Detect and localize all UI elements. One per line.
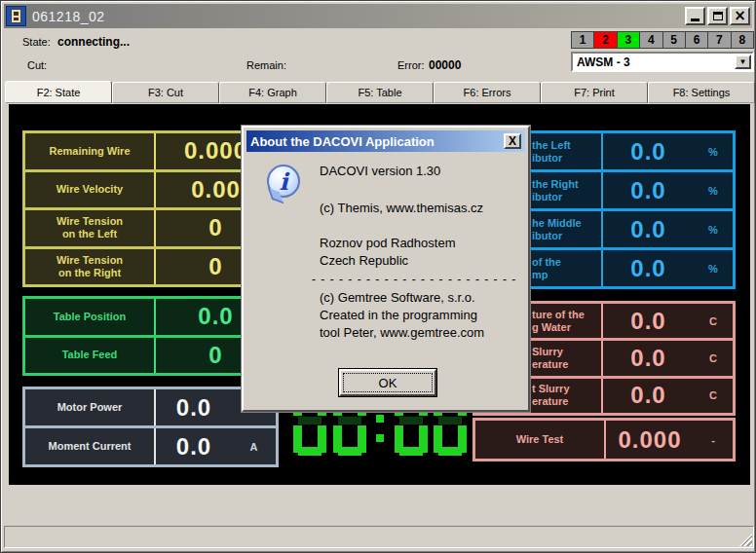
wire-tension-right-row: Wire Tension on the Right 0 xyxy=(25,246,276,285)
cooling-water-unit: C xyxy=(694,304,733,338)
moment-current-unit: A xyxy=(232,428,276,464)
flow-right-value: 0.0 xyxy=(603,172,694,208)
wire-test-value: 0.000 xyxy=(606,421,694,459)
ok-button-focus-rect: OK xyxy=(343,373,433,392)
dialog-title: About the DACOVI Application xyxy=(250,134,435,149)
flow-middle-value: 0.0 xyxy=(603,211,694,247)
moment-current-value: 0.0 xyxy=(156,428,232,464)
application-window: 061218_02 × State: connecting... Cut: Re… xyxy=(0,0,756,553)
dialog-close-button[interactable]: X xyxy=(504,133,521,149)
ok-button[interactable]: OK xyxy=(339,369,436,396)
chevron-down-icon[interactable]: ▼ xyxy=(735,55,751,69)
remaining-wire-row: Remaining Wire 0.000 xyxy=(25,133,276,169)
minimize-icon xyxy=(691,18,699,21)
machine-button-8[interactable]: 8 xyxy=(732,32,753,48)
wire-test-row: Wire Test 0.000 - xyxy=(475,421,733,459)
slurry-temp-unit-1: C xyxy=(694,341,733,375)
flow-middle-unit: % xyxy=(694,211,733,247)
cooling-water-value: 0.0 xyxy=(603,304,694,338)
machine-select-value: AWSM - 3 xyxy=(577,55,630,69)
address-line-1: Roznov pod Radhostem xyxy=(320,235,526,252)
moment-current-label: Moment Current xyxy=(25,428,156,464)
tab-settings[interactable]: F8: Settings xyxy=(648,82,755,103)
info-icon: i xyxy=(267,165,300,198)
wire-velocity-label: Wire Velocity xyxy=(25,172,156,208)
about-dialog: About the DACOVI Application X i DACOVI … xyxy=(242,126,530,412)
address-line-2: Czech Republic xyxy=(320,252,526,270)
tab-graph[interactable]: F4: Graph xyxy=(219,82,326,103)
close-button[interactable]: × xyxy=(730,7,750,25)
gemtree-line-1: (c) Gemtree Software, s.r.o. xyxy=(320,289,526,307)
themis-copyright-line: (c) Themis, www.themisas.cz xyxy=(320,200,526,217)
machine-button-3[interactable]: 3 xyxy=(618,32,640,48)
maximize-icon xyxy=(713,12,723,20)
version-line: DACOVI version 1.30 xyxy=(320,163,526,180)
slurry-temp-value-1: 0.0 xyxy=(603,341,694,375)
table-feed-label: Table Feed xyxy=(25,338,156,374)
cut-label: Cut: xyxy=(27,59,47,71)
slurry-temp-unit-2: C xyxy=(694,379,733,413)
machine-button-1[interactable]: 1 xyxy=(572,32,594,48)
flow-left-value: 0.0 xyxy=(603,133,694,169)
error-value: 00000 xyxy=(429,58,461,72)
flow-pump-value: 0.0 xyxy=(603,250,694,286)
title-bar: 061218_02 × xyxy=(4,4,752,28)
flow-right-unit: % xyxy=(694,172,733,208)
flow-pump-unit: % xyxy=(694,250,733,286)
table-panel: Table Position 0.0 Table Feed 0 xyxy=(22,296,279,376)
minimize-button[interactable] xyxy=(685,7,705,25)
moment-current-row: Moment Current 0.0 A xyxy=(25,425,276,464)
wire-tension-right-label: Wire Tension on the Right xyxy=(25,249,156,285)
remaining-wire-label: Remaining Wire xyxy=(25,133,156,169)
flow-left-unit: % xyxy=(694,133,733,169)
wire-velocity-row: Wire Velocity 0.00 xyxy=(25,169,276,208)
machine-button-5[interactable]: 5 xyxy=(663,32,686,48)
app-icon xyxy=(6,6,26,26)
state-value: connecting... xyxy=(57,35,130,49)
wire-tension-left-label: Wire Tension on the Left xyxy=(25,210,156,246)
maximize-button[interactable] xyxy=(707,7,728,25)
dialog-body-text: DACOVI version 1.30 (c) Themis, www.them… xyxy=(320,163,526,342)
tab-bar: F2: State F3: Cut F4: Graph F5: Table F6… xyxy=(5,81,755,103)
status-bar xyxy=(4,526,754,548)
machine-button-row: 1 2 3 4 5 6 7 8 xyxy=(571,31,754,49)
machine-select[interactable]: AWSM - 3 ▼ xyxy=(571,52,754,72)
error-label: Error: xyxy=(397,59,425,71)
machine-button-7[interactable]: 7 xyxy=(708,32,731,48)
machine-button-2[interactable]: 2 xyxy=(594,32,617,48)
wire-test-panel: Wire Test 0.000 - xyxy=(472,418,736,461)
ok-button-label: OK xyxy=(379,376,397,390)
tab-print[interactable]: F7: Print xyxy=(541,82,648,103)
wire-test-label: Wire Test xyxy=(475,421,606,459)
remain-label: Remain: xyxy=(246,59,286,71)
wire-tension-left-row: Wire Tension on the Left 0 xyxy=(25,207,276,246)
tab-cut[interactable]: F3: Cut xyxy=(112,82,219,103)
window-title: 061218_02 xyxy=(32,9,105,24)
motor-power-label: Motor Power xyxy=(25,389,156,425)
table-feed-row: Table Feed 0 xyxy=(25,335,276,374)
separator-line: - - - - - - - - - - - - - - - - - - - - … xyxy=(312,271,526,288)
motor-power-value: 0.0 xyxy=(156,389,232,425)
tab-state[interactable]: F2: State xyxy=(5,81,112,103)
wire-panel: Remaining Wire 0.000 Wire Velocity 0.00 … xyxy=(22,130,279,287)
table-position-row: Table Position 0.0 xyxy=(25,299,276,335)
machine-button-4[interactable]: 4 xyxy=(640,32,662,48)
dialog-title-bar: About the DACOVI Application X xyxy=(246,130,525,152)
resize-grip[interactable] xyxy=(739,534,752,546)
slurry-temp-value-2: 0.0 xyxy=(603,379,694,413)
gemtree-line-3: tool Peter, www.gemtree.com xyxy=(320,324,526,342)
tab-table[interactable]: F5: Table xyxy=(326,82,434,103)
machine-button-6[interactable]: 6 xyxy=(686,32,708,48)
motor-panel: Motor Power 0.0 kW Moment Current 0.0 A xyxy=(22,387,279,467)
motor-power-row: Motor Power 0.0 kW xyxy=(25,389,276,425)
close-icon: × xyxy=(734,10,746,22)
state-label: State: xyxy=(22,36,51,48)
close-icon: X xyxy=(509,134,516,148)
gemtree-line-2: Created in the programming xyxy=(320,307,526,324)
tab-errors[interactable]: F6: Errors xyxy=(434,82,541,103)
table-position-label: Table Position xyxy=(25,299,156,335)
wire-test-unit: - xyxy=(694,421,733,459)
